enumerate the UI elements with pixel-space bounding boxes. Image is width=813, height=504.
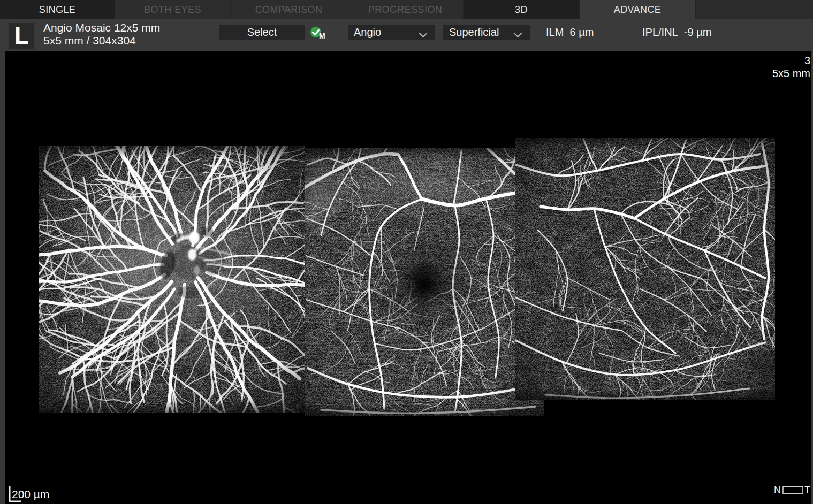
svg-text:200 µm: 200 µm: [12, 488, 49, 500]
svg-text:M: M: [319, 32, 325, 40]
svg-text:T: T: [804, 485, 810, 495]
svg-text:N: N: [774, 485, 781, 495]
